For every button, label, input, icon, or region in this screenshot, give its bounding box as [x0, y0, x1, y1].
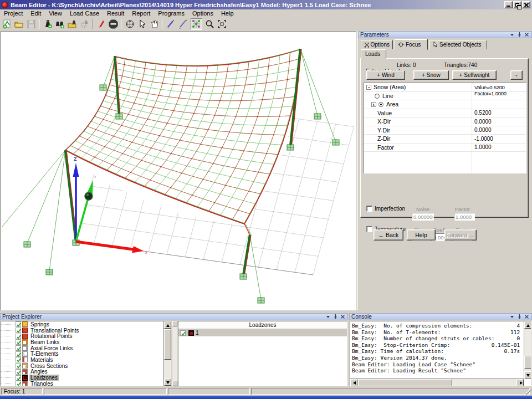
red-marker-button[interactable]	[95, 18, 107, 30]
tree-checkbox[interactable]	[16, 328, 21, 333]
parameters-header[interactable]: Parameters	[358, 31, 532, 38]
tree-item-triangles[interactable]: Triangles	[1, 381, 171, 386]
console-header[interactable]: Console	[349, 313, 532, 320]
tree-item-loadzones[interactable]: Loadzones	[1, 375, 171, 381]
table-row-line[interactable]: Line	[364, 92, 526, 101]
zoom-extents-button[interactable]	[216, 18, 228, 30]
net-tool-button[interactable]	[191, 18, 202, 30]
move-tool-button[interactable]	[124, 18, 136, 30]
add-selfweight-button[interactable]: + Selfweight	[452, 70, 497, 80]
back-button[interactable]: ← Back	[374, 229, 403, 241]
tree-item-rotational-points[interactable]: Rotational Points	[1, 333, 171, 339]
add-snow-button[interactable]: + Snow	[413, 70, 449, 80]
new-model-button[interactable]	[1, 18, 13, 30]
area-radio[interactable]	[378, 102, 383, 107]
tree-item-cross-sections[interactable]: Cross Sections	[1, 363, 171, 369]
noise-field[interactable]: 0.0000000	[412, 213, 434, 221]
tree-checkbox[interactable]	[16, 351, 21, 357]
tree-item-materials[interactable]: Materials	[1, 357, 171, 363]
tree-checkbox[interactable]	[16, 375, 21, 381]
imperfection-checkbox[interactable]	[366, 206, 372, 212]
tab-focus[interactable]: Focus	[395, 39, 428, 50]
tree-item-axial-force-links[interactable]: Axial Force Links	[1, 345, 171, 351]
tree-checkbox[interactable]	[16, 357, 21, 362]
draw-axial-link-button[interactable]	[177, 18, 189, 30]
loadzone-list-item[interactable]: 1	[178, 329, 347, 336]
add-wind-button[interactable]: + Wind	[366, 70, 405, 80]
console-output[interactable]: Bm_Easy: No. of compression elements: 4 …	[350, 321, 531, 386]
tree-checkbox[interactable]	[16, 363, 21, 369]
add-load-button[interactable]	[42, 18, 54, 30]
row-value[interactable]: 0.0000	[474, 127, 492, 133]
load-folder-button[interactable]	[66, 18, 78, 30]
menu-view[interactable]: View	[45, 9, 66, 17]
save-button[interactable]	[25, 18, 37, 30]
remove-load-button[interactable]: -	[510, 70, 523, 80]
resize-grip[interactable]	[526, 389, 531, 395]
close-button[interactable]	[522, 1, 530, 8]
tree-scrollbar[interactable]	[163, 321, 171, 386]
row-value[interactable]: 0.0000	[474, 119, 492, 125]
menu-help[interactable]: Help	[217, 9, 238, 17]
zoom-tool-button[interactable]	[204, 18, 216, 30]
loadzones-column-header[interactable]: Loadzones	[178, 321, 347, 329]
pan-hand-button[interactable]	[149, 18, 160, 30]
project-tree[interactable]: SpringsTranslational PointsRotational Po…	[1, 321, 171, 386]
imperfection-factor-field[interactable]: 1.0000	[454, 213, 475, 221]
menu-programs[interactable]: Programs	[154, 9, 188, 17]
pin-icon[interactable]	[516, 314, 523, 320]
tree-checkbox[interactable]	[16, 321, 21, 327]
collapse-icon[interactable]	[366, 85, 371, 90]
tree-checkbox[interactable]	[16, 381, 21, 386]
table-row-zdir[interactable]: Z-Dir -1.0000	[364, 135, 526, 144]
pin-icon[interactable]	[332, 314, 339, 320]
close-panel-icon[interactable]	[524, 32, 530, 38]
table-row-ydir[interactable]: Y-Dir 0.0000	[364, 126, 526, 135]
row-value[interactable]: 1.0000	[474, 144, 492, 150]
menu-project[interactable]: Project	[0, 9, 27, 17]
tree-checkbox[interactable]	[16, 334, 21, 339]
row-value[interactable]: 0.5200	[474, 110, 492, 116]
menu-load-case[interactable]: Load Case	[66, 9, 103, 17]
tree-item-beam-links[interactable]: Beam Links	[1, 339, 171, 345]
dropdown-icon[interactable]	[325, 314, 331, 320]
console-hscroll[interactable]	[350, 378, 524, 386]
menu-options[interactable]: Options	[188, 9, 217, 17]
tab-loads[interactable]: Loads	[361, 49, 386, 59]
loadzone-checkbox[interactable]	[180, 330, 186, 336]
menu-report[interactable]: Report	[128, 9, 154, 17]
close-panel-icon[interactable]	[340, 314, 346, 320]
restore-button[interactable]	[513, 1, 521, 8]
stop-button[interactable]	[108, 18, 119, 30]
open-button[interactable]	[13, 18, 25, 30]
title-bar[interactable]: Beam Editor - K:\Synch\Archiv\Arbeit\Pla…	[0, 0, 532, 9]
draw-link-button[interactable]	[165, 18, 177, 30]
console-vscroll[interactable]	[524, 321, 531, 378]
table-row-xdir[interactable]: X-Dir 0.0000	[364, 117, 526, 126]
minimize-button[interactable]	[504, 1, 513, 8]
menu-edit[interactable]: Edit	[27, 9, 45, 17]
loadzones-list[interactable]: Loadzones 1	[178, 321, 347, 386]
tree-checkbox[interactable]	[16, 345, 21, 351]
dropdown-icon[interactable]	[509, 314, 515, 320]
table-row-value[interactable]: Value 0.5200	[364, 109, 526, 118]
add-loads-button[interactable]	[54, 18, 66, 30]
close-panel-icon[interactable]	[524, 314, 530, 320]
tab-selected-objects[interactable]: Selected Objects	[429, 40, 487, 49]
menu-result[interactable]: Result	[103, 9, 128, 17]
tree-item-translational-points[interactable]: Translational Points	[1, 328, 171, 334]
dropdown-icon[interactable]	[509, 32, 515, 38]
loads-table[interactable]: Snow (Area) Value=0.5200 Factor=1.0000 L…	[364, 83, 526, 173]
tree-item-springs[interactable]: Springs	[1, 321, 171, 328]
viewport-3d[interactable]: Z x x	[1, 31, 356, 310]
tree-checkbox[interactable]	[16, 369, 21, 375]
table-row-factor[interactable]: Factor 1.0000	[364, 144, 526, 152]
project-explorer-header[interactable]: Project Explorer	[0, 313, 348, 320]
loadzones-scrollbar[interactable]	[172, 321, 177, 386]
forward-button[interactable]: Forward →	[444, 229, 477, 241]
tab-options[interactable]: Options	[361, 40, 393, 49]
tree-checkbox[interactable]	[16, 339, 21, 345]
pin-icon[interactable]	[516, 32, 523, 38]
table-row-snow-area[interactable]: Snow (Area) Value=0.5200 Factor=1.0000	[364, 83, 526, 92]
table-row-area[interactable]: Area	[364, 100, 526, 109]
